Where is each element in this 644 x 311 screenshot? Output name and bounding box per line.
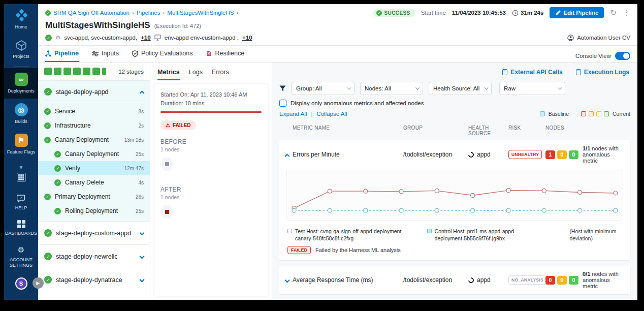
breadcrumb-pipelines[interactable]: Pipelines — [137, 10, 160, 16]
verification-summary-card: Started On: Apr 11, 2023 10:46 AM Durati… — [154, 84, 268, 296]
step-canary-deployment-group[interactable]: ✓Canary Deployment13m 18s — [38, 133, 150, 147]
test-host-checkbox[interactable] — [287, 229, 292, 233]
sidebar-item-label: Projects — [13, 54, 29, 59]
environments-more-link[interactable]: +10 — [242, 35, 252, 41]
ml-failed-badge: FAILED — [287, 246, 311, 254]
module-grid-icon — [17, 173, 26, 182]
refresh-icon[interactable]: ↻ — [610, 8, 617, 17]
sidebar-item-deployments[interactable]: ∞ Deployments — [4, 68, 38, 99]
before-node-hexagon[interactable] — [160, 158, 174, 171]
sidebar-item-help[interactable]: ? HELP — [4, 190, 38, 215]
status-badge: ✓SUCCESS — [373, 9, 414, 17]
step-rolling-deployment[interactable]: ✓Rolling Deployment25s — [38, 204, 150, 218]
anomalous-only-label: Display only anomalous metrics and affec… — [291, 100, 424, 106]
step-service[interactable]: ✓Service8s — [38, 104, 150, 118]
expand-all-link[interactable]: Expand All — [279, 111, 307, 117]
sidebar-item-feature-flags[interactable]: ⚑ Feature Flags — [4, 129, 38, 160]
tab-logs[interactable]: Logs — [189, 69, 203, 80]
chevron-down-icon — [558, 85, 562, 89]
breadcrumb-project[interactable]: SRM QA Sign Off Automation — [53, 10, 130, 16]
health-source-filter-select[interactable]: Health Source: All — [429, 82, 492, 95]
resilience-icon — [206, 50, 212, 56]
filter-funnel-icon[interactable] — [279, 85, 286, 91]
chevron-down-icon — [285, 277, 290, 283]
metric-row-header[interactable]: Errors per Minute /todolist/exception ap… — [279, 140, 630, 169]
metric-chart[interactable] — [289, 171, 621, 218]
pipeline-status-icon: ✓ — [45, 10, 51, 16]
tab-metrics[interactable]: Metrics — [157, 69, 180, 80]
stage-group-header[interactable]: ✓ stage-deploy-appd — [38, 86, 150, 101]
success-check-icon: ✓ — [44, 108, 51, 115]
execution-logs-link[interactable]: Execution Logs — [576, 69, 629, 76]
sidebar-item-account-settings[interactable]: ⚙ ACCOUNT SETTINGS — [4, 241, 38, 273]
tab-resilience[interactable]: Resilience — [206, 50, 244, 62]
console-view-toggle[interactable] — [615, 52, 630, 60]
sidebar-item-label: Deployments — [8, 88, 35, 94]
sidebar-item-label: Home — [15, 24, 27, 29]
stage-group-name: stage-deploy-appd — [56, 88, 109, 96]
edit-pipeline-button[interactable]: Edit Pipeline — [550, 7, 604, 18]
gear-icon: ⚙ — [18, 245, 24, 255]
inputs-sliders-icon — [92, 51, 99, 56]
execution-id: (Execution Id: 472) — [154, 23, 201, 29]
tab-pipeline[interactable]: Pipeline — [45, 50, 79, 62]
kebab-menu-icon[interactable]: ⋮ — [623, 8, 630, 17]
metric-row-header[interactable]: Average Response Time (ms) /todolist/exc… — [279, 266, 630, 294]
sidebar-item-builds[interactable]: ◎ Builds — [4, 99, 38, 129]
chevron-down-icon — [140, 254, 145, 259]
services-more-link[interactable]: +10 — [141, 35, 151, 41]
yellow-node-count: 0 — [557, 276, 567, 285]
environments-list: env-appd env-custom-appd , — [165, 35, 239, 41]
tab-errors[interactable]: Errors — [212, 69, 229, 80]
step-infrastructure[interactable]: ✓Infrastructure2s — [38, 118, 150, 133]
left-nav: Home Projects ∞ Deployments ◎ Builds ⚑ F… — [4, 4, 38, 300]
warning-icon: ⚠ — [166, 122, 170, 128]
chart-legend: Baseline Current — [540, 111, 630, 117]
stage-group-custom-appd[interactable]: ✓stage-deploy-custom-appd — [38, 221, 150, 244]
collapse-panel-handle[interactable]: ▶ — [33, 277, 44, 289]
step-canary-delete[interactable]: ✓Canary Delete4s — [38, 175, 150, 190]
services-list: svc-appd, svc-custom-appd, — [64, 35, 137, 41]
tab-policy-evaluations[interactable]: Policy Evaluations — [132, 50, 192, 62]
metrics-table-header: METRIC NAME GROUP HEALTH SOURCE RISK NOD… — [279, 119, 630, 140]
risk-badge: NO_ANALYSIS — [508, 275, 546, 285]
logs-doc-icon — [576, 69, 581, 75]
col-metric-name: METRIC NAME — [293, 125, 403, 136]
group-filter-select[interactable]: Group: All — [292, 82, 355, 95]
appdynamics-icon — [467, 150, 475, 158]
before-label: BEFORE — [160, 138, 262, 145]
sidebar-item-projects[interactable]: Projects — [4, 35, 38, 64]
anomalous-only-checkbox[interactable] — [279, 100, 286, 107]
success-check-icon: ✓ — [44, 194, 51, 200]
tab-inputs[interactable]: Inputs — [92, 50, 119, 62]
nodes-filter-select[interactable]: Nodes: All — [360, 82, 423, 95]
chevron-down-icon — [415, 85, 420, 89]
yellow-node-count: 0 — [557, 150, 567, 159]
breadcrumb-pipeline-name[interactable]: MultiStagesWithSingleHS — [167, 10, 234, 16]
col-group: GROUP — [403, 125, 468, 136]
step-primary-deployment[interactable]: ✓Primary Deployment26s — [38, 190, 150, 204]
step-verify[interactable]: ✓Verify12m 47s — [38, 161, 150, 175]
sidebar-divider — [14, 67, 29, 67]
sidebar-item-dashboards[interactable]: DASHBOARDS — [4, 215, 38, 241]
success-check-icon: ✓ — [44, 276, 52, 284]
sidebar-item-label: HELP — [15, 205, 27, 210]
nav-more-chevron[interactable]: ▼ — [4, 160, 38, 187]
chevron-up-icon — [285, 153, 290, 159]
step-canary-deployment[interactable]: ✓Canary Deployment25s — [38, 147, 150, 161]
start-time-label: Start time — [421, 10, 446, 16]
failed-status-badge: ⚠FAILED — [160, 120, 196, 130]
before-node-count: 1 nodes — [160, 146, 262, 152]
stage-group-newrelic[interactable]: ✓stage-deploy-newrelic — [38, 244, 150, 268]
stage-group-dynatrace[interactable]: ✓stage-deploy-dynatrace — [38, 268, 150, 291]
external-api-calls-link[interactable]: External API Calls — [502, 69, 562, 76]
collapse-all-link[interactable]: Collapse All — [316, 111, 347, 117]
avatar: S — [15, 277, 27, 290]
green-node-count: 0 — [569, 276, 578, 285]
success-check-icon: ✓ — [54, 208, 61, 214]
after-node-hexagon[interactable] — [160, 205, 174, 219]
api-doc-icon — [502, 69, 507, 75]
raw-filter-select[interactable]: Raw — [499, 82, 565, 95]
sidebar-item-home[interactable]: Home — [4, 4, 38, 35]
control-host-checkbox[interactable] — [427, 229, 432, 233]
